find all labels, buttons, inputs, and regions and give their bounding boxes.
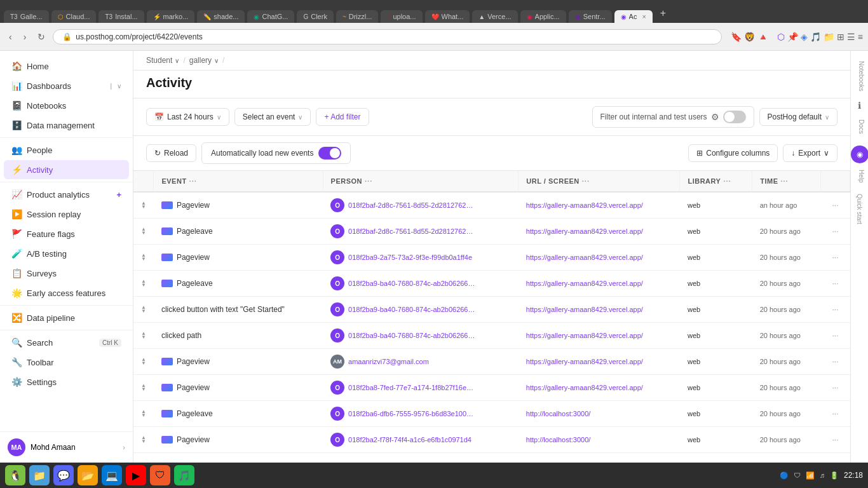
sidebar-item-session-replay[interactable]: ▶️ Session replay (4, 205, 129, 224)
row-actions-cell[interactable]: ··· (820, 427, 850, 453)
row-actions-cell[interactable]: ··· (820, 401, 850, 427)
row-menu-button[interactable]: ··· (828, 356, 842, 367)
expand-cell[interactable]: ▲ ▼ (133, 401, 154, 427)
extension-icon-5[interactable]: 📁 (824, 32, 834, 42)
right-sidebar-notebooks[interactable]: Notebooks (852, 56, 867, 97)
table-row[interactable]: ▲ ▼ Pageview O 018f2ba8-7fed-77e7-a174-1… (133, 375, 850, 401)
sidebar-item-ab-testing[interactable]: 🧪 A/B testing (4, 244, 129, 263)
url-value[interactable]: https://gallery-amaan8429.vercel.app/ (526, 384, 643, 391)
expand-button[interactable]: ▲ ▼ (141, 227, 146, 236)
user-profile[interactable]: MA Mohd Amaan › (0, 431, 133, 463)
tab-install[interactable]: T3 Instal... (98, 10, 144, 23)
row-actions-cell[interactable]: ··· (820, 245, 850, 271)
browser-menu[interactable]: ≡ (858, 32, 863, 42)
expand-button[interactable]: ▲ ▼ (141, 254, 146, 262)
extension-icon-3[interactable]: ◈ (801, 32, 808, 42)
filter-internal-toggle[interactable] (723, 111, 746, 123)
table-row[interactable]: ▲ ▼ clicked button with text "Get Starte… (133, 297, 850, 323)
row-actions-cell[interactable]: ··· (820, 192, 850, 219)
url-value[interactable]: https://gallery-amaan8429.vercel.app/ (526, 306, 643, 313)
table-row[interactable]: ▲ ▼ Pageview O 018f2ba2-f78f-74f4-a1c6-e… (133, 427, 850, 453)
expand-button[interactable]: ▲ ▼ (141, 201, 146, 210)
tab-shade[interactable]: ✏️ shade... (197, 10, 245, 23)
breadcrumb-student[interactable]: Student (146, 56, 172, 65)
taskbar-files[interactable]: 📁 (29, 465, 50, 485)
new-tab-button[interactable]: + (655, 5, 671, 22)
expand-button[interactable]: ▲ ▼ (141, 358, 146, 366)
row-actions-cell[interactable]: ··· (820, 219, 850, 245)
bookmark-icon[interactable]: 🔖 (731, 32, 742, 42)
row-actions-cell[interactable]: ··· (820, 323, 850, 349)
posthog-help-avatar[interactable]: ◉ (851, 146, 869, 163)
extension-icon[interactable]: ⬡ (777, 32, 785, 42)
expand-cell[interactable]: ▲ ▼ (133, 245, 154, 271)
tab-sentry[interactable]: ◉ Sentr... (569, 10, 612, 23)
expand-cell[interactable]: ▲ ▼ (133, 219, 154, 245)
sidebar-toggle[interactable]: ☰ (847, 32, 855, 42)
right-sidebar-docs[interactable]: Docs (852, 114, 867, 139)
posthog-default-button[interactable]: PostHog default ∨ (759, 108, 837, 126)
url-value[interactable]: https://gallery-amaan8429.vercel.app/ (526, 358, 643, 365)
url-value[interactable]: https://gallery-amaan8429.vercel.app/ (526, 227, 643, 235)
person-id[interactable]: 018f2ba9-ba40-7680-874c-ab2b062662de... (348, 280, 475, 287)
person-id[interactable]: 018f2baf-2d8c-7561-8d55-2d28127624f9... (348, 227, 475, 235)
auto-load-toggle[interactable] (318, 147, 341, 159)
person-id[interactable]: 018f2ba9-2a75-73a2-9f3e-f99db0a1ff4e (348, 254, 472, 261)
sidebar-item-data-management[interactable]: 🗄️ Data management (4, 116, 129, 135)
person-id[interactable]: 018f2ba6-dfb6-7555-9576-b6d83e100b33... (348, 410, 475, 417)
expand-cell[interactable]: ▲ ▼ (133, 192, 154, 219)
brave-rewards[interactable]: 🔺 (757, 32, 768, 42)
row-menu-button[interactable]: ··· (828, 330, 842, 341)
taskbar-spotify[interactable]: 🎵 (174, 465, 194, 485)
sidebar-item-product-analytics[interactable]: 📈 Product analytics + (4, 185, 129, 204)
right-sidebar-quick-start[interactable]: Quick start (853, 189, 865, 229)
expand-button[interactable]: ▲ ▼ (141, 306, 146, 314)
person-id[interactable]: amaanrizvi73@gmail.com (348, 358, 429, 365)
expand-cell[interactable]: ▲ ▼ (133, 375, 154, 401)
row-menu-button[interactable]: ··· (828, 434, 842, 445)
table-row[interactable]: ▲ ▼ Pageview O 018f2baf-2d8c-7561-8d55-2… (133, 192, 850, 219)
right-sidebar-help[interactable]: Help (852, 165, 867, 188)
person-id[interactable]: 018f2ba2-f78f-74f4-a1c6-e6fb1c0971d4 (348, 436, 471, 444)
expand-button[interactable]: ▲ ▼ (141, 384, 146, 392)
sidebar-item-people[interactable]: 👥 People (4, 140, 129, 159)
row-actions-cell[interactable]: ··· (820, 297, 850, 323)
tab-drizzle[interactable]: ~ Drizzl... (336, 10, 379, 23)
expand-cell[interactable]: ▲ ▼ (133, 349, 154, 375)
extension-icon-6[interactable]: ⊞ (837, 32, 844, 42)
taskbar-brave[interactable]: 🛡 (150, 465, 170, 485)
taskbar-discord[interactable]: 💬 (53, 465, 74, 485)
forward-button[interactable]: › (20, 29, 31, 44)
table-row[interactable]: ▲ ▼ Pageview O 018f2ba9-2a75-73a2-9f3e-f… (133, 245, 850, 271)
sidebar-item-data-pipeline[interactable]: 🔀 Data pipeline (4, 308, 129, 327)
row-actions-cell[interactable]: ··· (820, 349, 850, 375)
tab-upload[interactable]: ↑ uploa... (381, 10, 422, 23)
tab-what[interactable]: ❤️ What... (425, 10, 470, 23)
person-column-menu[interactable]: ··· (365, 177, 372, 185)
sidebar-item-toolbar[interactable]: 🔧 Toolbar (4, 353, 129, 372)
tab-posthog[interactable]: ◉ Ac × (614, 10, 653, 23)
address-bar[interactable]: 🔒 us.posthog.com/project/64220/events (53, 29, 721, 44)
row-menu-button[interactable]: ··· (828, 252, 842, 263)
sidebar-item-settings[interactable]: ⚙️ Settings (4, 372, 129, 391)
url-value[interactable]: https://gallery-amaan8429.vercel.app/ (526, 254, 643, 261)
extension-icon-2[interactable]: 📌 (787, 32, 798, 42)
select-event-button[interactable]: Select an event ∨ (234, 108, 311, 126)
time-column-menu[interactable]: ··· (780, 177, 788, 185)
table-row[interactable]: ▲ ▼ Pageview AM amaanrizvi73@gmail.com h… (133, 349, 850, 375)
row-menu-button[interactable]: ··· (828, 382, 842, 393)
expand-button[interactable]: ▲ ▼ (141, 410, 146, 418)
url-value[interactable]: https://gallery-amaan8429.vercel.app/ (526, 280, 643, 287)
row-menu-button[interactable]: ··· (828, 408, 842, 419)
url-column-menu[interactable]: ··· (582, 177, 590, 185)
expand-button[interactable]: ▲ ▼ (141, 280, 146, 288)
table-row[interactable]: ▲ ▼ Pageleave O 018f2baf-2d8c-7561-8d55-… (133, 219, 850, 245)
row-menu-button[interactable]: ··· (828, 304, 842, 315)
url-value[interactable]: https://gallery-amaan8429.vercel.app/ (526, 332, 643, 339)
row-actions-cell[interactable]: ··· (820, 271, 850, 297)
table-row[interactable]: ▲ ▼ Pageleave O 018f2ba9-ba40-7680-874c-… (133, 271, 850, 297)
sidebar-item-activity[interactable]: ⚡ Activity (4, 160, 129, 179)
person-id[interactable]: 018f2ba9-ba40-7680-874c-ab2b062662de... (348, 306, 475, 313)
add-product-analytics[interactable]: + (116, 190, 121, 200)
sidebar-item-home[interactable]: 🏠 Home (4, 57, 129, 76)
